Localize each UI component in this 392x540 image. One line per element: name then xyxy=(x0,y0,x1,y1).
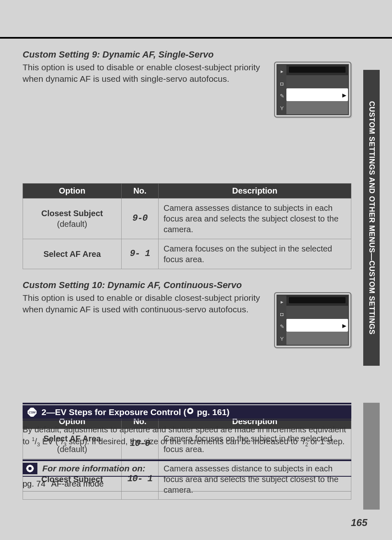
cross-reference-row: pg. 74 AF-area mode xyxy=(23,477,351,492)
camera-icon: ◘ xyxy=(280,81,284,86)
page-ref-icon xyxy=(23,463,37,474)
chapter-tab-label: CUSTOM SETTINGS AND OTHER MENUS—CUSTOM S… xyxy=(367,101,376,335)
lcd-select-arrow-icon: ▶ xyxy=(342,322,346,328)
wrench-icon: Y xyxy=(280,336,284,342)
setting-10-title: Custom Setting 10: Dynamic AF, Continuou… xyxy=(23,280,351,291)
col-option: Option xyxy=(23,184,122,198)
csm-badge-icon: CSM xyxy=(27,408,37,417)
table-row: Closest Subject(default) 9-0 Camera asse… xyxy=(23,198,351,239)
table-row: Select AF Area 9- 1 Camera focuses on th… xyxy=(23,239,351,269)
more-info-title: For more information on: xyxy=(42,464,145,473)
page-ref-icon xyxy=(186,407,194,415)
ev-title-prefix: 2—EV Steps for Exposure Control ( xyxy=(42,407,186,417)
camera-icon: ◘ xyxy=(280,312,284,317)
pencil-icon: ✎ xyxy=(280,324,284,329)
lcd-illustration-10: ▸ ◘ ✎ Y ▶ xyxy=(274,292,351,348)
playback-icon: ▸ xyxy=(281,299,284,305)
page-number: 165 xyxy=(351,517,367,528)
lcd-menu-icons: ▸ ◘ ✎ Y xyxy=(277,295,286,345)
option-number: 9-0 xyxy=(132,213,148,224)
setting-9-section: Custom Setting 9: Dynamic AF, Single-Ser… xyxy=(23,49,351,269)
ref-page: pg. 74 xyxy=(23,479,46,489)
svg-point-3 xyxy=(189,410,192,413)
option-desc: Camera focuses on the subject in the sel… xyxy=(159,239,351,269)
lcd-illustration-9: ▸ ◘ ✎ Y ▶ xyxy=(274,62,351,118)
setting-10-body: This option is used to enable or disable… xyxy=(23,292,267,348)
option-name: Select AF Area xyxy=(44,249,101,258)
ev-steps-section: CSM 2—EV Steps for Exposure Control ( pg… xyxy=(23,403,351,492)
col-description: Description xyxy=(159,184,351,198)
option-number: 9- 1 xyxy=(130,249,150,259)
pencil-icon: ✎ xyxy=(280,93,284,99)
svg-text:CSM: CSM xyxy=(29,410,36,414)
option-sub: (default) xyxy=(28,219,116,229)
col-no: No. xyxy=(122,184,159,198)
thumb-index-tab xyxy=(363,403,380,510)
manual-page: CUSTOM SETTINGS AND OTHER MENUS—CUSTOM S… xyxy=(0,0,392,540)
lcd-menu-icons: ▸ ◘ ✎ Y xyxy=(277,65,286,114)
more-info-section: For more information on: pg. 74 AF-area … xyxy=(23,459,351,492)
ev-title-suffix: pg. 161) xyxy=(194,407,229,417)
ev-body: By default, adjustments to aperture and … xyxy=(23,424,351,449)
option-desc: Camera assesses distance to subjects in … xyxy=(159,198,351,239)
lcd-select-arrow-icon: ▶ xyxy=(342,92,346,98)
ref-label: AF-area mode xyxy=(51,479,104,489)
wrench-icon: Y xyxy=(280,106,284,111)
header-rule xyxy=(0,37,392,39)
table-header-row: Option No. Description xyxy=(23,184,351,198)
ev-section-header: CSM 2—EV Steps for Exposure Control ( pg… xyxy=(23,405,351,419)
playback-icon: ▸ xyxy=(281,69,284,74)
svg-point-5 xyxy=(28,467,32,470)
option-name: Closest Subject xyxy=(41,209,103,218)
setting-9-table: Option No. Description Closest Subject(d… xyxy=(23,183,351,269)
chapter-tab: CUSTOM SETTINGS AND OTHER MENUS—CUSTOM S… xyxy=(363,70,380,366)
setting-9-title: Custom Setting 9: Dynamic AF, Single-Ser… xyxy=(23,49,351,60)
setting-9-body: This option is used to disable or enable… xyxy=(23,62,267,118)
